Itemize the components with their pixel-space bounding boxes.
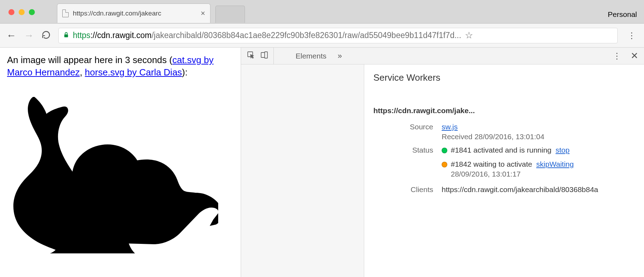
stop-link[interactable]: stop: [556, 146, 570, 154]
back-button[interactable]: ←: [6, 30, 16, 41]
service-workers-panel: Service Workers https://cdn.rawgit.com/j…: [364, 64, 644, 277]
browser-toolbar: ← → https://cdn.rawgit.com/jakearchibald…: [0, 24, 644, 48]
sw-origin: https://cdn.rawgit.com/jake...: [373, 106, 475, 115]
profile-label[interactable]: Personal: [608, 10, 637, 19]
devtools-tab-elements[interactable]: Elements: [295, 48, 327, 64]
inspect-element-icon[interactable]: [247, 51, 255, 61]
page-text: An image will appear here in 3 seconds (: [7, 55, 172, 65]
application-sidebar: [241, 64, 364, 277]
forward-button[interactable]: →: [24, 30, 34, 41]
source-label: Source: [373, 123, 433, 131]
viewport: An image will appear here in 3 seconds (…: [0, 48, 644, 277]
status-row-2: #1842 waiting to activate skipWaiting: [442, 160, 635, 168]
maximize-window-button[interactable]: [29, 9, 35, 15]
tab-favicon: [62, 10, 69, 17]
source-link[interactable]: sw.js: [442, 123, 458, 131]
status-row-1: #1841 activated and is running stop: [442, 146, 635, 154]
address-bar[interactable]: https://cdn.rawgit.com/jakearchibald/803…: [58, 28, 618, 43]
url-text: https://cdn.rawgit.com/jakearchibald/803…: [73, 31, 461, 40]
status-dot-orange-icon: [442, 162, 447, 167]
status-dot-green-icon: [442, 148, 447, 153]
bookmark-star-icon[interactable]: ☆: [465, 30, 473, 41]
devtools-panel: Elements » ⋮ ✕ Service Workers https://c…: [241, 48, 644, 277]
devtools-menu-icon[interactable]: ⋮: [611, 55, 623, 57]
reload-button[interactable]: [42, 30, 51, 41]
svg-rect-3: [265, 52, 267, 58]
devtools-tab-strip: Elements » ⋮ ✕: [241, 48, 644, 64]
devtools-close-icon[interactable]: ✕: [631, 50, 638, 61]
lock-icon: [63, 31, 69, 40]
window-title-bar: https://cdn.rawgit.com/jakearc × Persona…: [0, 0, 644, 24]
browser-tab[interactable]: https://cdn.rawgit.com/jakearc ×: [57, 4, 210, 23]
clients-label: Clients: [373, 185, 433, 194]
device-toolbar-icon[interactable]: [260, 51, 269, 61]
sw-toolbar: [373, 90, 635, 96]
new-tab-button[interactable]: [215, 6, 245, 23]
traffic-lights: [8, 9, 35, 15]
svg-rect-0: [64, 34, 68, 37]
browser-menu-icon[interactable]: ⋮: [625, 34, 638, 37]
clients-value: https://cdn.rawgit.com/jakearchibald/803…: [442, 185, 635, 194]
status-2-time: 28/09/2016, 13:01:17: [451, 170, 635, 178]
minimize-window-button[interactable]: [19, 9, 25, 15]
page-content: An image will appear here in 3 seconds (…: [0, 48, 241, 277]
panel-title: Service Workers: [373, 72, 635, 83]
close-window-button[interactable]: [8, 9, 14, 15]
link-horse-svg[interactable]: horse.svg by Carla Dias: [85, 67, 182, 78]
tab-title: https://cdn.rawgit.com/jakearc: [73, 10, 196, 17]
devtools-overflow-icon[interactable]: »: [338, 51, 342, 61]
tab-close-icon[interactable]: ×: [201, 9, 205, 18]
status-label: Status: [373, 146, 433, 154]
source-received: Received 28/09/2016, 13:01:04: [442, 133, 635, 141]
skipwaiting-link[interactable]: skipWaiting: [536, 160, 574, 168]
cat-image: [7, 81, 218, 253]
